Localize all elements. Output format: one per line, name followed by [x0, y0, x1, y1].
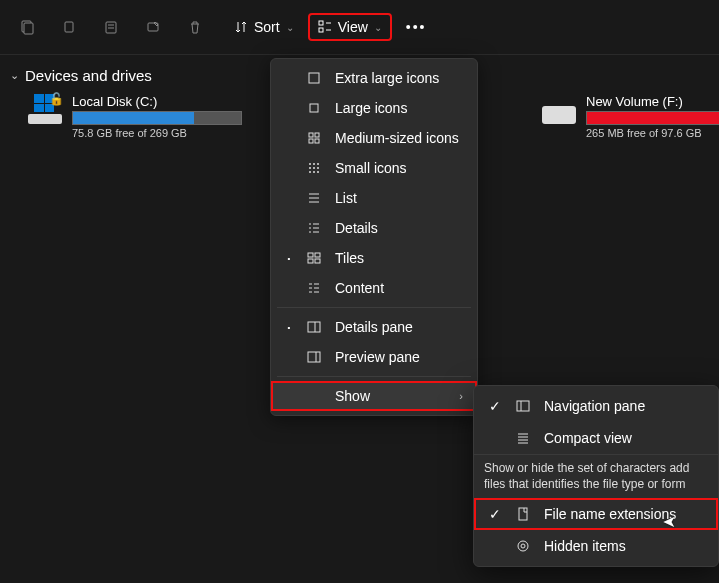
drive-icon: 🔓: [28, 94, 62, 124]
menu-extra-large-icons[interactable]: •Extra large icons: [271, 63, 477, 93]
tooltip: Show or hide the set of characters add f…: [474, 454, 718, 498]
menu-tiles[interactable]: •Tiles: [271, 243, 477, 273]
delete-button[interactable]: [176, 8, 214, 46]
unlock-icon: 🔓: [49, 92, 64, 106]
drive-f[interactable]: New Volume (F:) 265 MB free of 97.6 GB: [542, 94, 719, 139]
toolbar: Sort ⌄ View ⌄ •••: [0, 0, 719, 55]
menu-large-icons[interactable]: •Large icons: [271, 93, 477, 123]
menu-details-pane[interactable]: •Details pane: [271, 312, 477, 342]
more-button[interactable]: •••: [396, 19, 437, 35]
svg-point-17: [313, 167, 315, 169]
svg-point-13: [309, 163, 311, 165]
svg-point-15: [317, 163, 319, 165]
svg-rect-6: [319, 28, 323, 32]
cursor-icon: ➤: [663, 512, 676, 531]
nav-pane-icon: [514, 399, 532, 413]
svg-point-16: [309, 167, 311, 169]
svg-rect-2: [65, 22, 73, 32]
drive-free: 75.8 GB free of 269 GB: [72, 127, 242, 139]
copy-button[interactable]: [50, 8, 88, 46]
view-label: View: [338, 19, 368, 35]
details-icon: [305, 221, 323, 235]
separator: [277, 307, 471, 308]
drive-name: New Volume (F:): [586, 94, 719, 109]
svg-rect-8: [310, 104, 318, 112]
list-icon: [305, 191, 323, 205]
svg-rect-22: [308, 253, 313, 257]
svg-rect-25: [315, 259, 320, 263]
svg-point-21: [317, 171, 319, 173]
menu-show[interactable]: •Show›: [271, 381, 477, 411]
sort-icon: [234, 20, 248, 34]
preview-pane-icon: [305, 350, 323, 364]
svg-rect-10: [315, 133, 319, 137]
compact-icon: [514, 431, 532, 445]
rename-button[interactable]: [134, 8, 172, 46]
show-submenu: ✓Navigation pane Compact view Show or hi…: [473, 385, 719, 567]
svg-rect-11: [309, 139, 313, 143]
svg-rect-28: [517, 401, 529, 411]
view-button[interactable]: View ⌄: [308, 13, 392, 41]
svg-point-30: [518, 541, 528, 551]
svg-rect-1: [24, 23, 33, 34]
svg-rect-9: [309, 133, 313, 137]
grid-lg-icon: [305, 101, 323, 115]
svg-rect-5: [319, 21, 323, 25]
view-icon: [318, 20, 332, 34]
svg-rect-26: [308, 322, 320, 332]
drive-name: Local Disk (C:): [72, 94, 242, 109]
check-icon: ✓: [488, 506, 502, 522]
menu-medium-icons[interactable]: •Medium-sized icons: [271, 123, 477, 153]
file-ext-icon: [514, 507, 532, 521]
svg-rect-24: [308, 259, 313, 263]
cut-button[interactable]: [8, 8, 46, 46]
grid-xl-icon: [305, 71, 323, 85]
svg-point-20: [313, 171, 315, 173]
sort-label: Sort: [254, 19, 280, 35]
chevron-down-icon: ⌄: [10, 69, 19, 82]
usage-bar: [72, 111, 242, 125]
section-title: Devices and drives: [25, 67, 152, 84]
menu-file-name-extensions[interactable]: ✓File name extensions: [474, 498, 718, 530]
menu-preview-pane[interactable]: •Preview pane: [271, 342, 477, 372]
hidden-icon: [514, 539, 532, 553]
tiles-icon: [305, 251, 323, 265]
menu-content[interactable]: •Content: [271, 273, 477, 303]
view-menu: •Extra large icons •Large icons •Medium-…: [270, 58, 478, 416]
svg-rect-29: [519, 508, 527, 520]
grid-sm-icon: [305, 161, 323, 175]
menu-compact-view[interactable]: Compact view: [474, 422, 718, 454]
svg-rect-27: [308, 352, 320, 362]
usage-bar: [586, 111, 719, 125]
menu-small-icons[interactable]: •Small icons: [271, 153, 477, 183]
separator: [277, 376, 471, 377]
chevron-down-icon: ⌄: [286, 22, 294, 33]
details-pane-icon: [305, 320, 323, 334]
menu-details[interactable]: •Details: [271, 213, 477, 243]
sort-button[interactable]: Sort ⌄: [224, 13, 304, 41]
svg-point-31: [521, 544, 525, 548]
check-icon: ✓: [488, 398, 502, 414]
drive-free: 265 MB free of 97.6 GB: [586, 127, 719, 139]
svg-point-19: [309, 171, 311, 173]
chevron-right-icon: ›: [459, 390, 463, 402]
menu-navigation-pane[interactable]: ✓Navigation pane: [474, 390, 718, 422]
content-icon: [305, 281, 323, 295]
svg-point-14: [313, 163, 315, 165]
svg-point-18: [317, 167, 319, 169]
menu-list[interactable]: •List: [271, 183, 477, 213]
grid-md-icon: [305, 131, 323, 145]
chevron-down-icon: ⌄: [374, 22, 382, 33]
drive-icon: [542, 94, 576, 124]
svg-rect-7: [309, 73, 319, 83]
svg-rect-23: [315, 253, 320, 257]
svg-rect-12: [315, 139, 319, 143]
drive-c[interactable]: 🔓 Local Disk (C:) 75.8 GB free of 269 GB: [28, 94, 242, 139]
menu-hidden-items[interactable]: Hidden items: [474, 530, 718, 562]
paste-button[interactable]: [92, 8, 130, 46]
